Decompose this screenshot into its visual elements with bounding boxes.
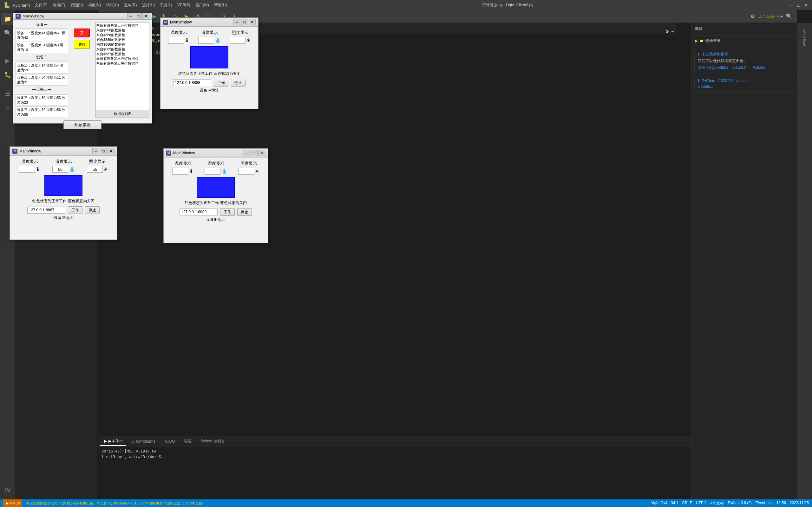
status-position[interactable]: 34:1 (671, 501, 678, 506)
qt-maximize-1[interactable]: □ (135, 13, 142, 19)
stop-button-3[interactable]: 停止 (85, 206, 100, 214)
maximize-button[interactable]: □ (796, 3, 801, 8)
tab-close-icon[interactable]: × (156, 26, 158, 31)
section-header-3: —设备三— (15, 87, 68, 93)
qt-titlebar-2[interactable]: M MainWindow ─ □ ✕ (160, 18, 258, 26)
qt-close-1[interactable]: ✕ (142, 13, 149, 19)
status-line-ending[interactable]: CRLF (682, 501, 692, 506)
status-encoding[interactable]: UTF-8 (696, 501, 707, 506)
event-log-button[interactable]: Event Log (756, 501, 773, 506)
led-yellow: 关灯 (74, 40, 90, 49)
minimize-button[interactable]: ─ (789, 3, 794, 8)
qt-minimize-1[interactable]: ─ (127, 13, 134, 19)
qt-maximize-3[interactable]: □ (100, 148, 107, 154)
temp-unit-icon-3: 🌡 (36, 166, 41, 172)
menu-refactor[interactable]: 重构(R) (124, 3, 137, 8)
qt-titlebar-title-1: MainWindow (22, 14, 125, 18)
menu-run[interactable]: 运行(U) (142, 3, 155, 8)
sidebar-item-favorites[interactable]: ☆ (1, 101, 14, 114)
search-everywhere-button[interactable]: 🔍 (785, 12, 794, 21)
hum-unit-icon-3: 💧 (69, 166, 75, 172)
menu-tools[interactable]: 工具(L) (160, 3, 172, 8)
special-vars-header[interactable]: ▶ 📁 特殊变量 (695, 38, 794, 44)
qt-close-4[interactable]: ✕ (258, 150, 265, 156)
temp-value-input[interactable] (168, 37, 184, 44)
qt-titlebar-1[interactable]: M MainWindow ─ □ ✕ (13, 13, 152, 20)
qt-minimize-2[interactable]: ─ (234, 19, 241, 25)
hum-value-input[interactable] (198, 37, 214, 44)
tab-python-console[interactable]: Python 控制台 (197, 437, 229, 446)
qt-titlebar-title-2: MainWindow (170, 20, 232, 24)
sidebar-item-word[interactable]: W (1, 484, 14, 497)
menu-nav[interactable]: 导航(N) (88, 3, 101, 8)
sidebar-item-find[interactable]: 🔍 (1, 26, 14, 39)
status-indent[interactable]: 4个空格 (711, 501, 724, 506)
python-console-label: Python 控制台 (200, 439, 225, 444)
stop-button-4[interactable]: 停止 (237, 208, 252, 216)
actions-button[interactable]: Actions (752, 65, 765, 70)
tab-problems[interactable]: ⚠ 6:Problems (128, 437, 159, 446)
qt-close-2[interactable]: ✕ (249, 19, 256, 25)
collapse-icon[interactable]: − (671, 29, 674, 34)
qt-titlebar-3[interactable]: M MainWindow ─ □ ✕ (10, 147, 117, 156)
temp-value-input-4[interactable] (172, 168, 188, 175)
tab-terminal[interactable]: 端端 (180, 437, 195, 446)
light-value-input[interactable] (230, 37, 246, 44)
light-value-input-4[interactable] (238, 168, 254, 175)
light-value-input-3[interactable] (87, 166, 103, 173)
ip-input-3[interactable] (27, 207, 65, 214)
sidebar-item-run[interactable]: ▶ (1, 55, 14, 67)
hum-label-3: 湿度显示 (55, 159, 72, 164)
qt-titlebar-4[interactable]: M MainWindow ─ □ ✕ (164, 149, 268, 158)
menu-window[interactable]: 窗口(W) (195, 3, 209, 8)
menu-file[interactable]: 文件(F) (35, 3, 47, 8)
light-display-3: 照度显示 ☀ (87, 159, 108, 173)
qt-maximize-2[interactable]: □ (241, 19, 248, 25)
menu-view[interactable]: 视图(V) (70, 3, 83, 8)
work-button-4[interactable]: 工作 (220, 208, 235, 216)
qt-close-3[interactable]: ✕ (107, 148, 114, 154)
msg-6: 来自$887的数据包 (96, 52, 148, 56)
qt-maximize-4[interactable]: □ (251, 150, 258, 156)
menu-code[interactable]: 代码(C) (106, 3, 119, 8)
qt-minimize-3[interactable]: ─ (92, 148, 99, 154)
ip-input-2[interactable] (173, 79, 211, 86)
status-indicator-blue-2 (190, 46, 229, 68)
qt-window-icon-3: M (12, 149, 17, 154)
install-stubs-link[interactable]: 安装 'PyQt5-stubs==5.15.6.0' (698, 65, 747, 70)
status-theme[interactable]: Night Owl (651, 501, 667, 506)
start-receive-button[interactable]: 开始接收 (63, 120, 101, 129)
menu-edit[interactable]: 编辑(E) (53, 3, 65, 8)
status-python-version[interactable]: Python 3.6 (2) (728, 501, 751, 506)
qt-content-2: 温度显示 🌡 湿度显示 💧 照度显示 ☀ (160, 26, 258, 109)
work-button-3[interactable]: 工作 (68, 206, 83, 214)
sidebar-item-debug[interactable]: 🐛 (1, 68, 14, 81)
message-list[interactable]: 向所有设备发出开灯数据包 来自$888的数据包 来自$888的数据包 来自$88… (96, 22, 149, 110)
word-bank-icon[interactable]: Word Bank (801, 25, 808, 51)
device-1-info-1: 设备一：温度为41 湿度为61 照度为43 (15, 30, 68, 41)
qt-window-4: M MainWindow ─ □ ✕ 温度显示 🌡 湿度显示 💧 (163, 148, 268, 243)
update-link[interactable]: Update... (698, 84, 713, 89)
qt-titlebar-title-4: MainWindow (173, 151, 241, 155)
stop-button-2[interactable]: 停止 (231, 79, 246, 87)
qt-minimize-4[interactable]: ─ (243, 150, 250, 156)
sidebar-item-vcs[interactable]: ⑂ (1, 41, 14, 53)
close-button[interactable]: ✕ (804, 3, 809, 8)
temp-value-input-3[interactable] (19, 166, 35, 173)
menu-help[interactable]: 帮助(H) (214, 3, 227, 8)
sidebar-item-structure[interactable]: ☰ (1, 88, 14, 100)
ip-input-4[interactable] (180, 209, 217, 216)
hum-value-input-3[interactable] (52, 166, 68, 173)
settings-icon[interactable]: ⚙ (665, 29, 669, 34)
menu-vcs[interactable]: VCS(S) (177, 3, 190, 8)
light-label: 照度显示 (232, 30, 248, 36)
work-button-2[interactable]: 工作 (214, 79, 229, 87)
hum-value-input-4[interactable] (205, 168, 220, 175)
qt-window-icon-2: M (163, 20, 168, 25)
tab-todo[interactable]: TODO (160, 437, 179, 446)
sidebar-item-project[interactable]: 📁 (1, 13, 14, 25)
tab-run[interactable]: ▶ ▶ 4:Run (100, 437, 126, 446)
msg-2: 来自$888的数据包 (96, 33, 148, 38)
status-warning-text: 未安装类型提示 它们可以使代码洞察更出色。// 安装 'PyQt5-stubs=… (26, 501, 204, 506)
settings-icon[interactable]: ⚙ (748, 12, 757, 21)
